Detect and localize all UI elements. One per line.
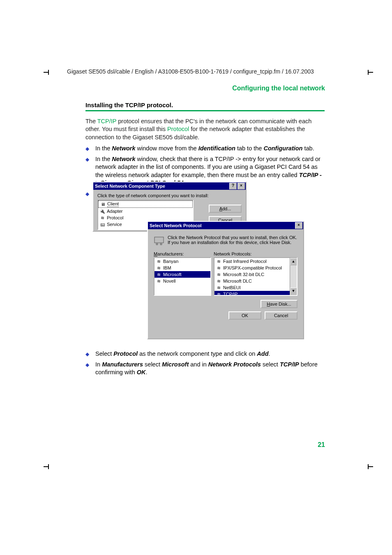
close-icon[interactable]: ×: [238, 183, 245, 189]
text: Select: [95, 350, 113, 357]
scroll-up-icon[interactable]: ▲: [290, 258, 297, 265]
list-item-label: IBM: [163, 265, 171, 270]
computer-icon: 🖥: [100, 201, 106, 207]
titlebar-component-type[interactable]: Select Network Component Type ? ×: [93, 182, 246, 190]
help-icon[interactable]: ?: [229, 183, 237, 189]
list-item[interactable]: ≋IPX/SPX-compatible Protocol: [214, 265, 297, 271]
have-disk-button[interactable]: Have Disk...: [261, 300, 297, 308]
text: .: [145, 369, 147, 375]
emph-identification: Identification: [198, 145, 235, 152]
list-item-label: NetBEUI: [223, 285, 241, 290]
list-item-label: Client: [107, 201, 119, 207]
list-item[interactable]: 🖥 Client: [98, 200, 193, 208]
list-item-label: Novell: [163, 279, 176, 283]
dialog-title: Select Network Protocol: [150, 223, 202, 228]
list-item[interactable]: ≋Novell: [154, 278, 210, 284]
list-item-label: Microsoft DLC: [223, 279, 252, 283]
text: window move from the: [137, 145, 198, 152]
protocol-item-icon: ≋: [216, 285, 221, 290]
list-item[interactable]: ≋NetBEUI: [214, 284, 297, 291]
heading-rule: [85, 110, 325, 111]
text: tab.: [304, 145, 314, 152]
protocol-item-icon: ≋: [216, 291, 221, 296]
vendor-icon: ≋: [156, 272, 161, 277]
text: In: [95, 361, 102, 368]
network-protocols-label: Network Protocols:: [214, 251, 297, 256]
text: The: [85, 118, 97, 124]
list-item-label: Adapter: [107, 209, 123, 214]
emph-ok: OK: [137, 369, 146, 375]
bullet-1: In the Network window move from the Iden…: [85, 145, 325, 153]
manufacturers-list[interactable]: ≋Banyan ≋IBM ≋Microsoft ≋Novell: [154, 257, 211, 296]
cancel-button[interactable]: Cancel: [265, 311, 297, 320]
svg-point-1: [156, 243, 158, 245]
dialog-prompt: Click the type of network component you …: [97, 193, 242, 198]
section-title: Configuring the local network: [232, 85, 325, 92]
list-item[interactable]: ≋Microsoft DLC: [214, 278, 297, 284]
list-item[interactable]: ≋IBM: [154, 265, 210, 271]
emph-network-protocols: Network Protocols: [208, 361, 261, 368]
manufacturers-label: Manufacturers:: [154, 251, 211, 256]
list-item-label: Protocol: [107, 215, 123, 220]
list-item-label: IPX/SPX-compatible Protocol: [223, 265, 282, 270]
text: In the: [95, 145, 112, 152]
adapter-icon: 🔌: [99, 208, 105, 214]
button-label-rest: dd...: [222, 206, 231, 211]
list-item-label: Microsoft: [163, 272, 182, 277]
emph-configuration: Configuration: [263, 145, 302, 152]
emph-add-2: Add: [257, 350, 268, 357]
intro-paragraph: The TCP/IP protocol ensures that the PC'…: [85, 117, 325, 142]
vendor-icon: ≋: [156, 278, 161, 284]
emph-protocol: Protocol: [113, 350, 138, 357]
list-item[interactable]: 🔌 Adapter: [98, 208, 193, 214]
titlebar-network-protocol[interactable]: Select Network Protocol ×: [148, 222, 303, 229]
text: select: [145, 361, 162, 368]
network-protocols-list[interactable]: ≋Fast Infrared Protocol ≋IPX/SPX-compati…: [214, 257, 297, 296]
heading-installing-tcpip: Installing the TCP/IP protocol.: [85, 101, 325, 108]
ok-button[interactable]: OK: [228, 311, 261, 320]
header-file-path: Gigaset SE505 dsl/cable / English / A310…: [67, 68, 314, 75]
list-item[interactable]: ≋Banyan: [154, 258, 210, 265]
emph-network-2: Network: [112, 156, 135, 162]
post-bullet-2: In Manufacturers select Microsoft and in…: [85, 361, 325, 377]
close-icon[interactable]: ×: [295, 222, 302, 229]
device-icon: [154, 235, 164, 246]
text: as the network component type and click …: [139, 350, 257, 357]
list-item[interactable]: ≋Fast Infrared Protocol: [214, 258, 297, 265]
vendor-icon: ≋: [156, 258, 161, 264]
label-rest: anufacturers:: [157, 251, 184, 256]
emph-tcpip: TCP/IP: [280, 361, 299, 368]
list-item-label: Microsoft 32-bit DLC: [223, 272, 264, 277]
text: In the: [95, 156, 112, 162]
page-number: 21: [318, 441, 325, 449]
list-item[interactable]: ≋Microsoft: [154, 271, 210, 278]
text: and in: [190, 361, 208, 368]
protocol-item-icon: ≋: [216, 272, 221, 277]
text: select: [263, 361, 280, 368]
text: .: [269, 350, 270, 357]
add-button[interactable]: Add...: [209, 205, 242, 213]
link-protocol[interactable]: Protocol: [167, 126, 189, 132]
list-item[interactable]: ≋ Protocol: [98, 214, 193, 221]
button-label-rest: ave Disk...: [270, 302, 291, 306]
protocol-icon: ≋: [99, 215, 105, 221]
svg-rect-0: [154, 237, 164, 243]
text: tab to the: [237, 145, 264, 152]
list-item-label: Banyan: [163, 259, 178, 264]
scroll-down-icon[interactable]: ▼: [290, 288, 297, 295]
service-icon: 🖴: [99, 221, 105, 227]
post-bullet-1: Select Protocol as the network component…: [85, 350, 325, 358]
list-item-label: Fast Infrared Protocol: [223, 259, 267, 264]
list-item[interactable]: ≋Microsoft 32-bit DLC: [214, 271, 297, 278]
label-underline: M: [154, 251, 157, 256]
protocol-item-icon: ≋: [216, 258, 221, 264]
vendor-icon: ≋: [156, 265, 161, 271]
emph-manufacturers: Manufacturers: [102, 361, 143, 368]
scrollbar[interactable]: ▲ ▼: [290, 258, 297, 295]
emph-network: Network: [112, 145, 135, 152]
link-tcpip[interactable]: TCP/IP: [97, 118, 116, 124]
dialog-select-network-protocol: Select Network Protocol × Click the Netw…: [147, 221, 304, 339]
list-item[interactable]: ≋TCP/IP: [214, 291, 297, 296]
list-item-label: TCP/IP: [223, 292, 238, 296]
svg-point-2: [160, 243, 162, 245]
